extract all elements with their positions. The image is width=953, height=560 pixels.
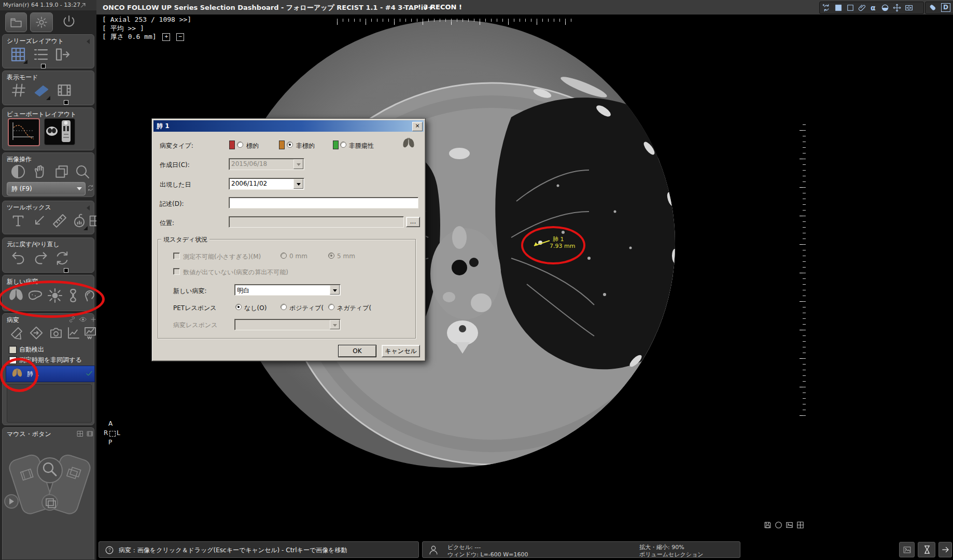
new-lesion-dropdown-button[interactable] (330, 285, 340, 295)
text-annotation-icon[interactable] (10, 213, 26, 229)
link-lesions-icon[interactable] (68, 315, 76, 324)
description-input[interactable] (229, 197, 418, 208)
new-lung-lesion-icon[interactable] (7, 287, 25, 305)
snapshot-button[interactable] (899, 542, 915, 557)
panel-expand-icon[interactable] (53, 45, 72, 64)
slice-info-overlay: [ Axial 253 / 1098 >>] (102, 16, 191, 23)
snapshot-icon[interactable] (785, 521, 794, 529)
vertical-ruler (800, 120, 806, 416)
appeared-date-combobox[interactable]: 2006/11/02 (229, 178, 304, 190)
cancel-button[interactable]: キャンセル (382, 345, 420, 357)
lesion-chart-icon[interactable] (66, 325, 81, 341)
stack-scroll-icon[interactable] (53, 163, 70, 180)
orientation-right: R (104, 429, 108, 437)
select-outline-icon[interactable] (846, 3, 855, 12)
undo-icon[interactable] (10, 249, 27, 267)
processing-button[interactable] (918, 542, 935, 557)
pan-hand-icon[interactable] (32, 163, 48, 180)
lesion-response-combobox (234, 319, 341, 330)
add-lesion-icon[interactable] (90, 316, 97, 323)
nonneoplastic-radio[interactable] (340, 142, 346, 148)
roi-blob-icon[interactable] (928, 3, 937, 12)
alpha-blend-icon[interactable]: α (871, 3, 876, 12)
panel-title: ビューポートレイアウト (7, 110, 77, 119)
submenu-badge (83, 226, 88, 230)
created-date-combobox: 2015/06/18 (229, 158, 304, 170)
new-other-organ-lesion-icon[interactable] (81, 287, 98, 303)
open-study-button[interactable] (5, 12, 27, 32)
new-lesion-combobox[interactable]: 明白 (234, 284, 341, 296)
save-icon[interactable] (763, 521, 772, 529)
nontarget-radio[interactable] (287, 142, 293, 148)
settings-button[interactable] (30, 12, 53, 32)
description-label: 記述(D): (160, 200, 184, 208)
desync-checkbox[interactable] (9, 356, 17, 364)
lesion-list-empty-area[interactable] (7, 384, 92, 423)
lesion-item-label: 肺 1 (27, 370, 39, 379)
cine-mode-icon[interactable] (55, 81, 73, 99)
auto-detect-checkbox[interactable] (9, 346, 17, 354)
measure-lesion-icon[interactable] (9, 325, 24, 341)
collapse-arrow-icon[interactable] (87, 39, 90, 44)
mouse-buttons-graphic[interactable] (3, 439, 94, 558)
layout-graph-thumbnail[interactable] (8, 118, 40, 146)
grid-mode-icon[interactable] (10, 81, 27, 99)
redo-icon[interactable] (32, 249, 49, 267)
pet-response-label: PETレスポンス (173, 304, 217, 313)
circle-roi-icon[interactable] (774, 521, 783, 529)
question-icon (106, 547, 113, 553)
dicom-d-icon[interactable]: D (941, 3, 950, 12)
ok-button[interactable]: OK (338, 345, 376, 357)
organ-preset-dropdown[interactable]: 肺 (F9) (7, 182, 86, 195)
move-crosshair-icon[interactable] (892, 3, 902, 12)
horizontal-ruler (337, 19, 577, 25)
new-lesion-value: 明白 (237, 286, 249, 295)
panel-title: 新しい病変 (7, 277, 38, 286)
lesion-waterfall-chart-icon[interactable] (82, 325, 98, 341)
arrow-annotation-icon[interactable] (31, 213, 47, 229)
new-lymph-node-lesion-icon[interactable] (46, 287, 64, 304)
sidebar: シリーズレイアウト 表示モード ビューポートレイアウト (0, 10, 96, 560)
mouse-config-grid-icon[interactable] (76, 430, 84, 438)
appeared-date-dropdown-button[interactable] (293, 179, 303, 189)
reset-all-icon[interactable] (53, 249, 71, 267)
lesion-list-item-selected[interactable]: 肺 1 (6, 366, 95, 382)
pet-positive-radio[interactable] (281, 304, 287, 310)
select-filled-icon[interactable] (834, 3, 843, 12)
goto-lesion-icon[interactable] (29, 325, 44, 341)
new-liver-lesion-icon[interactable] (26, 288, 44, 305)
show-lesions-icon[interactable] (78, 315, 88, 324)
thickness-increase-button[interactable]: + (162, 33, 170, 41)
sync-new-icon[interactable] (822, 3, 831, 12)
attach-icon[interactable] (858, 3, 867, 12)
next-step-button[interactable] (938, 542, 952, 557)
thickness-decrease-button[interactable]: − (176, 33, 184, 41)
detach-window-icon[interactable] (79, 1, 88, 9)
tile-view-icon[interactable] (796, 521, 805, 529)
selection-mode: ボリュームセレクション (639, 551, 704, 558)
dialog-close-button[interactable]: × (412, 122, 423, 131)
location-browse-button[interactable]: ... (406, 217, 420, 227)
collapse-arrow-icon[interactable] (87, 205, 90, 211)
measure-ruler-icon[interactable] (51, 213, 68, 229)
panel-lesions: 病変 自動検出 測定時期を非同調する 肺 1 (2, 313, 94, 425)
target-radio[interactable] (237, 142, 243, 148)
pet-negative-radio[interactable] (328, 304, 334, 310)
5mm-radio (328, 253, 334, 259)
dialog-title[interactable]: 肺 1 (153, 120, 424, 132)
mouse-config-list-icon[interactable] (86, 430, 94, 438)
pet-none-radio[interactable] (235, 304, 242, 310)
minimize-icon[interactable] (65, 2, 73, 8)
location-input[interactable] (229, 216, 404, 228)
list-layout-icon[interactable] (32, 45, 50, 64)
layout-mpr-thumbnail[interactable] (44, 118, 75, 145)
zoom-icon[interactable] (74, 163, 91, 180)
shutter-icon[interactable] (880, 3, 890, 12)
lesion-snapshot-icon[interactable] (48, 325, 64, 341)
dual-view-icon[interactable] (904, 3, 914, 12)
target-label: 標的 (246, 142, 259, 150)
preset-reset-icon[interactable] (87, 184, 94, 192)
power-icon[interactable] (61, 14, 77, 30)
window-level-icon[interactable] (10, 163, 26, 180)
new-bone-lesion-icon[interactable] (64, 287, 82, 304)
